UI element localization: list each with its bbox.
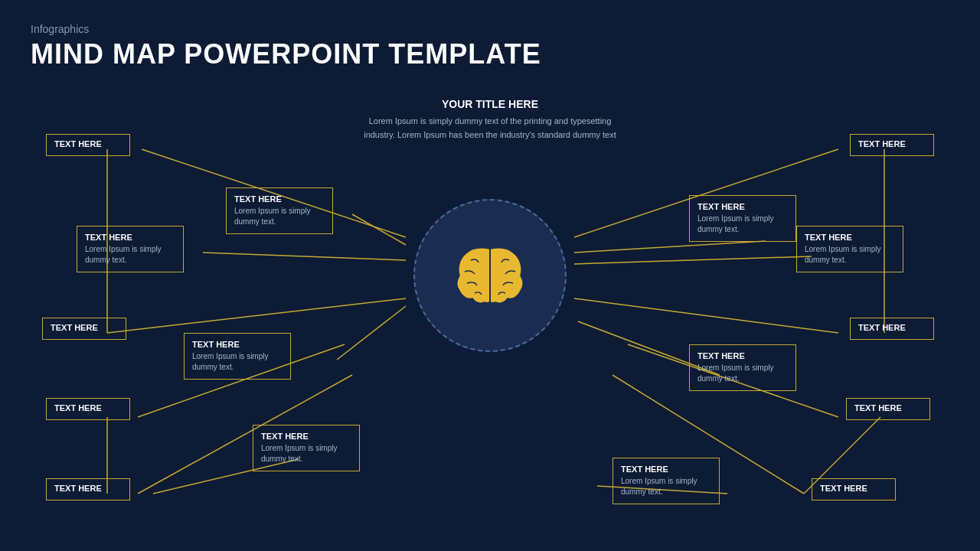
brain-circle	[413, 199, 567, 352]
node-bl1: TEXT HERE Lorem Ipsum is simply dummy te…	[253, 425, 360, 471]
node-l3: TEXT HERE Lorem Ipsum is simply dummy te…	[226, 187, 333, 234]
node-l1: TEXT HERE	[46, 134, 130, 156]
node-r5-desc: Lorem Ipsum is simply dummy text.	[697, 363, 788, 384]
node-r2: TEXT HERE Lorem Ipsum is simply dummy te…	[689, 195, 796, 242]
node-br1-title: TEXT HERE	[621, 465, 711, 474]
node-l1-title: TEXT HERE	[54, 139, 122, 148]
svg-line-2	[352, 214, 406, 245]
node-r5: TEXT HERE Lorem Ipsum is simply dummy te…	[689, 344, 796, 391]
center-desc: Lorem Ipsum is simply dummy text of the …	[352, 115, 628, 142]
node-l5-title: TEXT HERE	[192, 340, 283, 349]
node-l3-title: TEXT HERE	[234, 194, 325, 204]
node-l6: TEXT HERE	[46, 398, 130, 420]
svg-line-4	[337, 306, 406, 360]
center-title: YOUR TITLE HERE	[352, 98, 628, 110]
node-l2-desc: Lorem Ipsum is simply dummy text.	[85, 244, 175, 266]
node-l4: TEXT HERE	[42, 318, 126, 340]
svg-line-11	[574, 256, 812, 264]
node-l2-title: TEXT HERE	[85, 233, 175, 242]
node-bl1-desc: Lorem Ipsum is simply dummy text.	[261, 443, 351, 465]
node-r4-title: TEXT HERE	[858, 323, 926, 332]
node-r4: TEXT HERE	[850, 318, 934, 340]
svg-line-10	[574, 241, 766, 253]
node-r1: TEXT HERE	[850, 134, 934, 156]
node-l4-title: TEXT HERE	[51, 323, 118, 332]
brain-svg	[440, 233, 540, 318]
node-r3: TEXT HERE Lorem Ipsum is simply dummy te…	[796, 226, 903, 272]
brain-center	[413, 199, 567, 352]
node-r6: TEXT HERE	[846, 398, 930, 420]
node-br2: TEXT HERE	[812, 478, 896, 500]
svg-line-12	[574, 298, 838, 333]
node-br2-title: TEXT HERE	[820, 484, 887, 493]
header-subtitle: Infographics	[31, 23, 541, 35]
node-br1-desc: Lorem Ipsum is simply dummy text.	[621, 476, 711, 497]
node-l2: TEXT HERE Lorem Ipsum is simply dummy te…	[77, 226, 184, 272]
header: Infographics MIND MAP POWERPOINT TEMPLAT…	[31, 23, 541, 70]
node-r3-title: TEXT HERE	[805, 233, 895, 242]
node-br1: TEXT HERE Lorem Ipsum is simply dummy te…	[612, 458, 720, 504]
node-l5: TEXT HERE Lorem Ipsum is simply dummy te…	[184, 333, 291, 380]
node-r5-title: TEXT HERE	[697, 351, 788, 360]
svg-line-1	[203, 253, 406, 260]
node-l7: TEXT HERE	[46, 478, 130, 500]
node-l3-desc: Lorem Ipsum is simply dummy text.	[234, 206, 325, 227]
node-r2-title: TEXT HERE	[697, 202, 788, 211]
node-r3-desc: Lorem Ipsum is simply dummy text.	[805, 244, 895, 266]
center-title-box: YOUR TITLE HERE Lorem Ipsum is simply du…	[352, 98, 628, 142]
node-bl1-title: TEXT HERE	[261, 432, 351, 441]
node-l6-title: TEXT HERE	[54, 403, 122, 412]
node-r2-desc: Lorem Ipsum is simply dummy text.	[697, 214, 788, 235]
node-r6-title: TEXT HERE	[854, 403, 922, 412]
svg-line-3	[107, 298, 406, 333]
slide: Infographics MIND MAP POWERPOINT TEMPLAT…	[0, 0, 980, 551]
node-r1-title: TEXT HERE	[858, 139, 926, 148]
header-title: MIND MAP POWERPOINT TEMPLATE	[31, 38, 541, 70]
node-l5-desc: Lorem Ipsum is simply dummy text.	[192, 351, 283, 373]
node-l7-title: TEXT HERE	[54, 484, 122, 493]
